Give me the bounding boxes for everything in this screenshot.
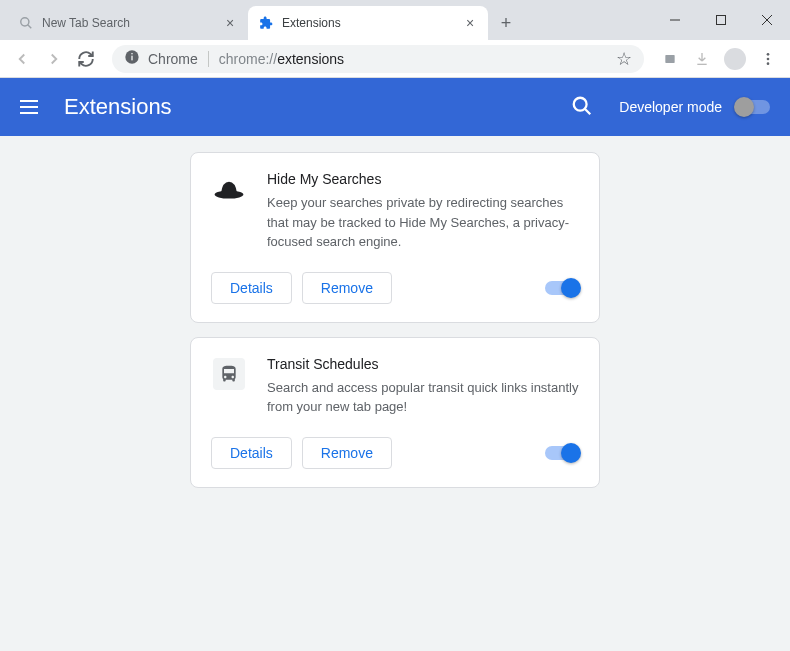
extensions-list: Hide My Searches Keep your searches priv…	[0, 136, 790, 651]
svg-rect-12	[131, 56, 132, 61]
url-prefix: chrome://	[219, 51, 277, 67]
search-icon	[18, 15, 34, 31]
extension-icon[interactable]	[656, 45, 684, 73]
download-icon[interactable]	[688, 45, 716, 73]
extension-description: Keep your searches private by redirectin…	[267, 193, 579, 252]
extension-card: Transit Schedules Search and access popu…	[190, 337, 600, 488]
address-bar[interactable]: Chrome chrome://extensions ☆	[112, 45, 644, 73]
forward-button[interactable]	[40, 45, 68, 73]
maximize-button[interactable]	[698, 0, 744, 40]
tab-extensions[interactable]: Extensions ×	[248, 6, 488, 40]
remove-button[interactable]: Remove	[302, 437, 392, 469]
extensions-header: Extensions Developer mode	[0, 78, 790, 136]
svg-rect-6	[717, 16, 726, 25]
extension-card: Hide My Searches Keep your searches priv…	[190, 152, 600, 323]
tab-title: Extensions	[282, 16, 462, 30]
url-suffix: extensions	[277, 51, 344, 67]
enable-toggle[interactable]	[545, 281, 579, 295]
svg-point-17	[767, 57, 770, 60]
enable-toggle[interactable]	[545, 446, 579, 460]
toggle-knob	[561, 443, 581, 463]
back-button[interactable]	[8, 45, 36, 73]
svg-rect-14	[665, 55, 674, 63]
puzzle-icon	[258, 15, 274, 31]
tab-new-tab-search[interactable]: New Tab Search ×	[8, 6, 248, 40]
new-tab-button[interactable]: +	[492, 9, 520, 37]
hamburger-menu-icon[interactable]	[20, 95, 44, 119]
close-tab-icon[interactable]: ×	[222, 15, 238, 31]
chrome-label: Chrome	[148, 51, 209, 67]
svg-rect-13	[131, 53, 132, 54]
bus-icon	[211, 356, 247, 392]
hat-icon	[211, 171, 247, 207]
profile-avatar[interactable]	[724, 48, 746, 70]
browser-toolbar: Chrome chrome://extensions ☆	[0, 40, 790, 78]
svg-point-19	[574, 98, 587, 111]
extension-description: Search and access popular transit quick …	[267, 378, 579, 417]
menu-icon[interactable]	[754, 45, 782, 73]
close-window-button[interactable]	[744, 0, 790, 40]
toggle-knob	[561, 278, 581, 298]
svg-line-20	[585, 109, 591, 115]
close-tab-icon[interactable]: ×	[462, 15, 478, 31]
svg-point-18	[767, 62, 770, 65]
remove-button[interactable]: Remove	[302, 272, 392, 304]
page-title: Extensions	[64, 94, 571, 120]
svg-line-10	[28, 25, 32, 29]
developer-mode-toggle[interactable]	[736, 100, 770, 114]
developer-mode-label: Developer mode	[619, 99, 722, 115]
toggle-knob	[734, 97, 754, 117]
tab-title: New Tab Search	[42, 16, 222, 30]
search-icon[interactable]	[571, 95, 595, 119]
extension-name: Transit Schedules	[267, 356, 579, 372]
svg-point-16	[767, 53, 770, 56]
details-button[interactable]: Details	[211, 437, 292, 469]
svg-point-9	[21, 18, 29, 26]
window-controls	[652, 0, 790, 40]
reload-button[interactable]	[72, 45, 100, 73]
site-info-icon[interactable]	[124, 49, 140, 68]
minimize-button[interactable]	[652, 0, 698, 40]
extension-name: Hide My Searches	[267, 171, 579, 187]
bookmark-star-icon[interactable]: ☆	[616, 48, 632, 70]
details-button[interactable]: Details	[211, 272, 292, 304]
